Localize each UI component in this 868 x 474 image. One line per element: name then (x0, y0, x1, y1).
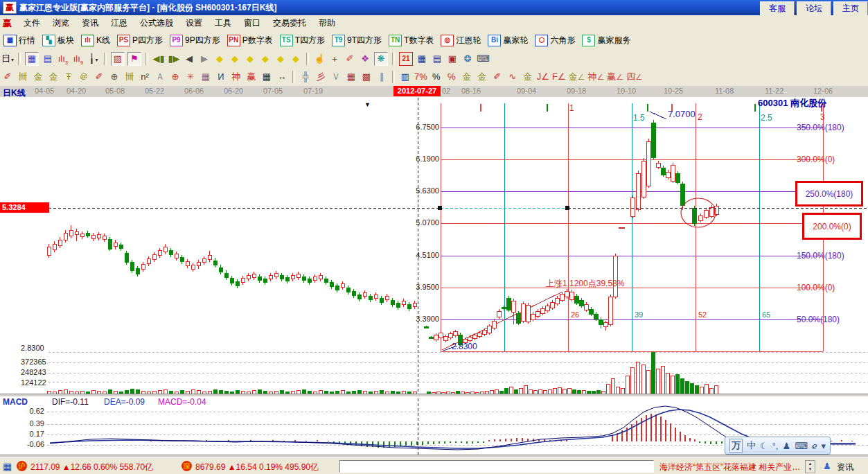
tool-icon-toolbar2-32[interactable]: ❂ (461, 53, 474, 65)
menu-item-工具[interactable]: 工具 (209, 16, 238, 30)
tool-icon-toolbar3-24[interactable]: ▩ (360, 71, 373, 83)
tool-icon-toolbar2-15[interactable]: ◆ (213, 53, 226, 65)
ime-icon-2[interactable]: ☾ (760, 441, 768, 451)
toolbar-item-T数字表[interactable]: TNT数字表 (389, 35, 434, 46)
titlebar-button-客服[interactable]: 客服 (760, 1, 795, 16)
tool-icon-toolbar3-10[interactable]: Ａ (154, 71, 166, 83)
tool-icon-toolbar3-16[interactable]: 赢 (245, 71, 258, 83)
tool-icon-toolbar3-40[interactable]: 赢∠ (607, 71, 623, 83)
tool-icon-toolbar3-8[interactable]: 卌 (123, 71, 136, 83)
tool-icon-toolbar3-35[interactable]: 金 (522, 71, 534, 83)
tool-icon-toolbar2-25[interactable]: ❖ (359, 53, 371, 65)
menu-item-帮助[interactable]: 帮助 (312, 16, 342, 30)
tool-icon-toolbar3-13[interactable]: ▦ (200, 71, 212, 83)
tool-icon-toolbar3-4[interactable]: Ŧ (62, 71, 75, 83)
tool-icon-toolbar3-2[interactable]: 金 (32, 71, 44, 83)
tool-icon-toolbar3-28[interactable]: 7% (414, 71, 427, 83)
toolbar-item-行情[interactable]: ▦行情 (3, 35, 35, 46)
ime-icon-0[interactable]: 万 (729, 439, 743, 453)
tool-icon-toolbar3-0[interactable]: ✐ (1, 71, 14, 83)
tool-icon-toolbar3-33[interactable]: ✐ (491, 71, 504, 83)
tool-icon-toolbar2-18[interactable]: ◆ (259, 53, 272, 65)
tool-icon-toolbar2-8[interactable]: ▨ (111, 52, 125, 66)
tool-icon-toolbar2-17[interactable]: ◆ (244, 53, 256, 65)
menu-item-江恩[interactable]: 江恩 (105, 16, 134, 30)
title-bar[interactable]: 赢 赢家江恩专业版[赢家内部服务平台] - [南化股份 SH600301-167… (0, 0, 868, 15)
tool-icon-toolbar2-31[interactable]: ▣ (446, 53, 459, 65)
menu-item-公式选股[interactable]: 公式选股 (134, 16, 179, 30)
toolbar-item-赢家服务[interactable]: $赢家服务 (582, 35, 630, 46)
menu-item-文件[interactable]: 文件 (17, 16, 46, 30)
ime-language-bar[interactable]: 万中☾°,♟⌨ℯ▾ (725, 437, 831, 455)
tool-icon-toolbar3-6[interactable]: ✐ (93, 71, 105, 83)
tool-icon-toolbar2-28[interactable]: 21 (399, 52, 413, 66)
menu-item-设置[interactable]: 设置 (179, 16, 209, 30)
tool-icon-toolbar2-29[interactable]: ▦ (416, 53, 428, 65)
tool-icon-toolbar2-24[interactable]: ✐ (344, 53, 356, 65)
tool-icon-toolbar3-7[interactable]: ⊕ (108, 71, 121, 83)
tool-icon-toolbar2-2[interactable]: ▦ (25, 52, 39, 66)
tool-icon-toolbar2-20[interactable]: ◆ (290, 53, 302, 65)
status-input[interactable] (339, 460, 654, 473)
toolbar-item-P数字表[interactable]: PNP数字表 (227, 35, 273, 46)
tool-icon-toolbar3-27[interactable]: ▥ (399, 71, 411, 83)
tool-icon-toolbar3-38[interactable]: 金∠ (569, 71, 585, 83)
toolbar-item-赢家轮[interactable]: Bi赢家轮 (488, 35, 528, 46)
tool-icon-toolbar3-15[interactable]: 神 (230, 71, 242, 83)
tool-icon-toolbar3-32[interactable]: 金 (476, 71, 488, 83)
toolbar-item-K线[interactable]: ılıK线 (81, 35, 110, 46)
tool-icon-toolbar3-18[interactable]: ↔ (276, 71, 288, 83)
shanghai-index-quote[interactable]: 2117.09 ▲12.66 0.60% 558.70亿 (30, 462, 153, 473)
toolbar-item-板块[interactable]: ▚板块 (42, 35, 74, 46)
toolbar-item-T四方形[interactable]: TST四方形 (280, 35, 325, 46)
titlebar-button-论坛[interactable]: 论坛 (797, 1, 831, 16)
news-ticker[interactable]: 海洋经济“第五区”花落福建 相关产业… (659, 462, 804, 473)
ime-icon-7[interactable]: ▾ (822, 441, 826, 451)
tool-icon-toolbar2-13[interactable]: ◀ (183, 53, 195, 65)
ime-icon-3[interactable]: °, (772, 441, 779, 451)
ime-icon-4[interactable]: ♟ (782, 441, 790, 451)
tool-icon-toolbar3-11[interactable]: ⊕ (169, 71, 181, 83)
tool-icon-toolbar2-12[interactable]: ▮▶ (168, 53, 180, 65)
tool-icon-toolbar2-26[interactable]: ❋ (374, 52, 388, 66)
toolbar-item-P四方形[interactable]: PSP四方形 (117, 35, 163, 46)
news-label[interactable]: 资讯 (837, 462, 853, 473)
toolbar-item-9T四方形[interactable]: T99T四方形 (332, 35, 382, 46)
menu-item-交易委托[interactable]: 交易委托 (267, 16, 312, 30)
tool-icon-toolbar3-36[interactable]: J∠ (537, 71, 549, 83)
tool-icon-toolbar2-5[interactable]: ılı9 (72, 53, 85, 65)
tool-icon-toolbar3-9[interactable]: n² (139, 71, 151, 83)
tool-icon-toolbar2-3[interactable]: ▤ (42, 53, 54, 65)
ime-icon-6[interactable]: ℯ (812, 441, 817, 451)
toolbar-item-9P四方形[interactable]: P99P四方形 (170, 35, 220, 46)
tool-icon-toolbar2-14[interactable]: ▶ (198, 53, 211, 65)
tool-icon-toolbar2-23[interactable]: ＋ (328, 53, 341, 65)
menu-item-资讯[interactable]: 资讯 (76, 16, 105, 30)
tool-icon-toolbar3-21[interactable]: 彡 (315, 71, 327, 83)
tool-icon-toolbar3-3[interactable]: 金 (47, 71, 60, 83)
tool-icon-toolbar3-17[interactable]: ▦ (260, 71, 273, 83)
tool-icon-toolbar3-14[interactable]: И (215, 71, 227, 83)
tool-icon-toolbar3-23[interactable]: ▦ (345, 71, 357, 83)
news-spinner[interactable]: ▲▼ (805, 460, 815, 473)
tool-icon-toolbar2-6[interactable]: ╽▾ (87, 53, 100, 65)
quote-grid-icon[interactable]: ▦ (3, 461, 12, 472)
tool-icon-toolbar3-1[interactable]: 卌 (17, 71, 29, 83)
menu-item-浏览[interactable]: 浏览 (46, 16, 76, 30)
tool-icon-toolbar2-11[interactable]: ◀▮ (152, 53, 165, 65)
tool-icon-toolbar3-34[interactable]: ∿ (506, 71, 519, 83)
tool-icon-toolbar2-9[interactable]: ⚑ (127, 52, 141, 66)
menu-item-窗口[interactable]: 窗口 (238, 16, 267, 30)
tool-icon-toolbar3-5[interactable]: ＠ (78, 71, 90, 83)
tool-icon-toolbar2-4[interactable]: ılı3 (57, 53, 69, 65)
date-axis[interactable]: 04-0504-2005-0805-2206-0606-2007-0507-19… (0, 86, 868, 98)
tool-icon-toolbar2-30[interactable]: ▤ (431, 53, 443, 65)
toolbar-item-六角形[interactable]: ⬡六角形 (535, 35, 575, 46)
tool-icon-toolbar3-30[interactable]: ℅ (445, 71, 458, 83)
ime-icon-5[interactable]: ⌨ (795, 441, 808, 451)
tool-icon-toolbar3-39[interactable]: 神∠ (587, 71, 604, 83)
tool-icon-toolbar3-41[interactable]: 四∠ (626, 71, 643, 83)
titlebar-button-主页[interactable]: 主页 (833, 1, 868, 16)
tool-icon-toolbar3-25[interactable]: ∥ (375, 71, 388, 83)
tool-icon-toolbar2-16[interactable]: ◆ (229, 53, 241, 65)
